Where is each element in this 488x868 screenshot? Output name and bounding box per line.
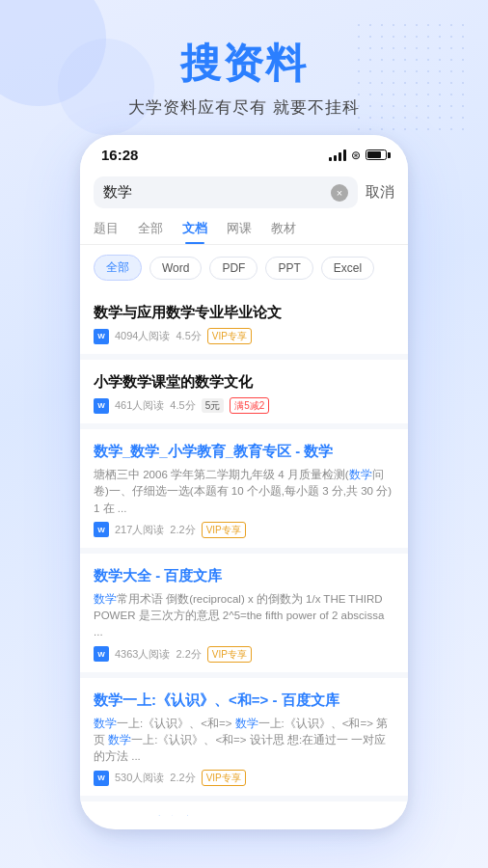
result-badge-vip-1: VIP专享 [207,328,252,344]
tab-textbook[interactable]: 教材 [271,220,296,244]
snippet-highlight-5c: 数学 [108,734,131,746]
snippet-highlight-5b: 数学 [235,718,258,729]
result-badge-price-2: 5元 [202,398,225,413]
result-badge-discount-2: 满5减2 [230,397,269,414]
status-icons: ⊛ [329,149,387,162]
result-title-text-6: 数学 百度文库 [94,815,195,816]
result-meta-5: W 530人阅读 2.2分 VIP专享 [94,770,394,786]
hero-title: 搜资料 [0,37,488,91]
result-score-5: 2.2分 [170,771,195,785]
battery-icon [366,149,387,160]
filter-ppt[interactable]: PPT [265,257,312,280]
doc-icon-2: W [94,398,109,414]
filter-bar: 全部 Word PDF PPT Excel [80,245,408,290]
result-reads-3: 217人阅读 [115,523,164,537]
result-title-2: 小学数学课堂的数学文化 [94,371,394,392]
result-item-1[interactable]: 数学与应用数学专业毕业论文 W 4094人阅读 4.5分 VIP专享 [80,290,408,354]
search-keyword: 数学 [103,183,325,202]
hero-section: 搜资料 大学资料应有尽有 就要不挂科 [0,0,488,119]
result-meta-4: W 4363人阅读 2.2分 VIP专享 [94,646,394,663]
result-title-4: 数学大全 - 百度文库 [94,565,394,585]
result-badge-vip-4: VIP专享 [207,646,252,663]
results-list: 数学与应用数学专业毕业论文 W 4094人阅读 4.5分 VIP专享 小学数学课… [80,290,408,816]
doc-icon-3: W [94,522,109,537]
search-cancel-button[interactable]: 取消 [366,183,394,202]
hero-subtitle: 大学资料应有尽有 就要不挂科 [0,96,488,119]
result-title-5: 数学一上:《认识》、<和=> - 百度文库 [94,690,394,710]
result-title-6: 数学 百度文库 [94,813,394,816]
result-item-2[interactable]: 小学数学课堂的数学文化 W 461人阅读 4.5分 5元 满5减2 [80,360,408,423]
result-snippet-3: 塘栖三中 2006 学年第二学期九年级 4 月质量检测(数学问卷)一、仔细选一选… [94,467,394,517]
filter-all[interactable]: 全部 [94,255,142,281]
result-snippet-4: 数学常用术语 倒数(reciprocal) x 的倒数为 1/x THE THI… [94,591,394,641]
search-clear-button[interactable]: × [331,184,348,202]
result-item-5[interactable]: 数学一上:《认识》、<和=> - 百度文库 数学一上:《认识》、<和=> 数学一… [80,678,408,797]
result-badge-vip-3: VIP专享 [202,522,246,538]
result-title-text-5: 数学一上:《认识》、<和=> - 百度文库 [94,692,339,708]
status-time: 16:28 [101,147,138,163]
phone-mockup: 16:28 ⊛ 数学 × 取消 题目 全部 文档 网课 教材 全部 Word P… [80,135,408,829]
search-bar-row: 数学 × 取消 [80,169,408,216]
result-title-3: 数学_数学_小学教育_教育专区 - 数学 [94,441,394,461]
result-reads-1: 4094人阅读 [115,329,170,343]
result-meta-1: W 4094人阅读 4.5分 VIP专享 [94,328,394,344]
tab-all[interactable]: 全部 [138,220,163,244]
status-bar: 16:28 ⊛ [80,135,408,169]
tab-document[interactable]: 文档 [182,220,207,244]
result-title-text-3: 数学_数学_小学教育_教育专区 - 数学 [94,443,333,459]
result-item-4[interactable]: 数学大全 - 百度文库 数学常用术语 倒数(reciprocal) x 的倒数为… [80,554,408,672]
tab-subject[interactable]: 题目 [94,220,119,244]
result-reads-5: 530人阅读 [115,771,164,785]
doc-icon-5: W [94,771,109,786]
filter-pdf[interactable]: PDF [209,257,258,280]
result-score-1: 4.5分 [176,329,201,343]
result-score-4: 2.2分 [176,647,201,662]
filter-word[interactable]: Word [149,257,202,280]
snippet-highlight-3: 数学 [349,469,372,480]
result-item-3[interactable]: 数学_数学_小学教育_教育专区 - 数学 塘栖三中 2006 学年第二学期九年级… [80,429,408,548]
result-meta-2: W 461人阅读 4.5分 5元 满5减2 [94,397,394,414]
tab-course[interactable]: 网课 [227,220,252,244]
result-title-text-4: 数学大全 - 百度文库 [94,567,222,583]
result-score-3: 2.2分 [170,523,195,537]
doc-icon-1: W [94,329,109,344]
search-input-wrap[interactable]: 数学 × [94,176,358,208]
result-item-6-partial[interactable]: 数学 百度文库 [80,801,408,816]
signal-icon [329,149,346,161]
result-title-1: 数学与应用数学专业毕业论文 [94,302,394,322]
result-badge-vip-5: VIP专享 [202,770,246,786]
result-snippet-5: 数学一上:《认识》、<和=> 数学一上:《认识》、<和=> 第页 数学一上:《认… [94,716,394,766]
snippet-highlight-5a: 数学 [94,718,117,729]
snippet-highlight-4a: 数学 [94,593,117,605]
wifi-icon: ⊛ [351,149,361,162]
result-meta-3: W 217人阅读 2.2分 VIP专享 [94,522,394,538]
result-reads-2: 461人阅读 [115,398,164,413]
doc-icon-4: W [94,646,109,662]
result-score-2: 4.5分 [170,398,195,413]
tab-bar: 题目 全部 文档 网课 教材 [80,216,408,245]
result-reads-4: 4363人阅读 [115,647,170,662]
filter-excel[interactable]: Excel [321,257,374,280]
